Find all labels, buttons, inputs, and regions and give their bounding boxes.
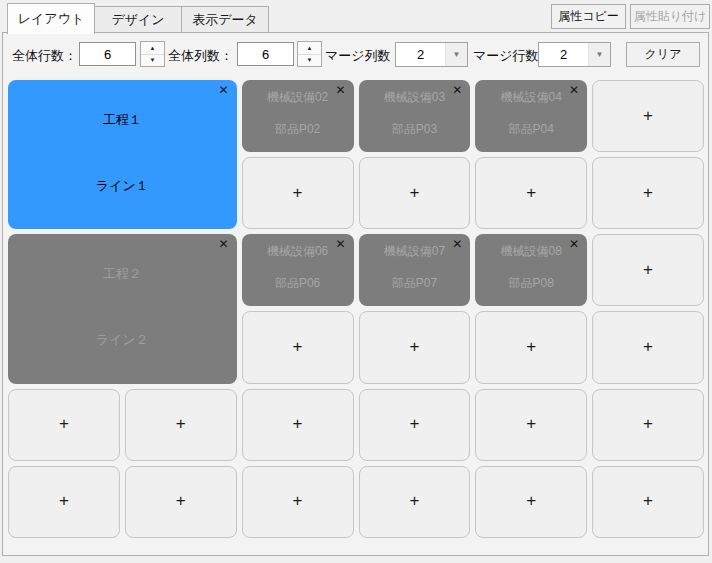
empty-add-cell[interactable]: + <box>475 311 587 383</box>
tab-layout[interactable]: レイアウト <box>7 3 95 34</box>
process-cell-1[interactable]: ✕ 工程１ ライン１ <box>8 80 237 229</box>
total-cols-input[interactable]: 6 <box>237 42 294 66</box>
machine-part: 部品P03 <box>392 121 437 138</box>
empty-add-cell[interactable]: + <box>125 389 237 461</box>
machine-title: 機械設備06 <box>267 243 328 260</box>
machine-title: 機械設備08 <box>501 243 562 260</box>
process-cell-2[interactable]: ✕ 工程２ ライン２ <box>8 234 237 383</box>
close-icon[interactable]: ✕ <box>219 84 229 96</box>
close-icon[interactable]: ✕ <box>452 238 462 250</box>
spin-down-icon[interactable]: ▼ <box>141 55 164 67</box>
tab-display-data[interactable]: 表示データ <box>182 6 269 33</box>
empty-add-cell[interactable]: + <box>592 389 704 461</box>
machine-part: 部品P06 <box>275 275 320 292</box>
merge-cols-label: マージ列数： <box>325 47 404 65</box>
process-line: ライン２ <box>8 331 237 349</box>
plus-icon: + <box>176 492 186 509</box>
plus-icon: + <box>643 261 653 278</box>
process-title: 工程２ <box>8 265 237 283</box>
plus-icon: + <box>293 338 303 355</box>
spin-up-icon[interactable]: ▲ <box>141 42 164 55</box>
process-line: ライン１ <box>8 177 237 195</box>
machine-title: 機械設備02 <box>267 89 328 106</box>
empty-add-cell[interactable]: + <box>592 80 704 152</box>
empty-add-cell[interactable]: + <box>592 466 704 538</box>
empty-add-cell[interactable]: + <box>359 389 471 461</box>
tab-design[interactable]: デザイン <box>95 6 182 33</box>
chevron-down-icon[interactable]: ▼ <box>445 43 467 66</box>
machine-cell-02[interactable]: ✕ 機械設備02 部品P02 <box>242 80 354 152</box>
plus-icon: + <box>59 492 69 509</box>
plus-icon: + <box>643 492 653 509</box>
plus-icon: + <box>409 184 419 201</box>
close-icon[interactable]: ✕ <box>569 84 579 96</box>
empty-add-cell[interactable]: + <box>475 466 587 538</box>
plus-icon: + <box>526 492 536 509</box>
close-icon[interactable]: ✕ <box>452 84 462 96</box>
empty-add-cell[interactable]: + <box>592 311 704 383</box>
machine-title: 機械設備04 <box>501 89 562 106</box>
plus-icon: + <box>526 184 536 201</box>
chevron-down-icon[interactable]: ▼ <box>588 43 610 66</box>
machine-title: 機械設備07 <box>384 243 445 260</box>
machine-part: 部品P08 <box>509 275 554 292</box>
plus-icon: + <box>643 184 653 201</box>
plus-icon: + <box>59 415 69 432</box>
empty-add-cell[interactable]: + <box>359 157 471 229</box>
plus-icon: + <box>643 107 653 124</box>
merge-cols-dropdown[interactable]: 2 ▼ <box>395 42 468 67</box>
total-rows-label: 全体行数： <box>12 47 77 65</box>
empty-add-cell[interactable]: + <box>125 466 237 538</box>
total-rows-input[interactable]: 6 <box>79 42 136 66</box>
close-icon[interactable]: ✕ <box>219 238 229 250</box>
attribute-paste-button: 属性貼り付け <box>630 4 710 29</box>
empty-add-cell[interactable]: + <box>242 389 354 461</box>
empty-add-cell[interactable]: + <box>8 389 120 461</box>
machine-cell-03[interactable]: ✕ 機械設備03 部品P03 <box>359 80 471 152</box>
plus-icon: + <box>293 492 303 509</box>
plus-icon: + <box>176 415 186 432</box>
total-cols-spinner: ▲ ▼ <box>297 41 322 67</box>
empty-add-cell[interactable]: + <box>592 234 704 306</box>
plus-icon: + <box>526 338 536 355</box>
tab-bar: レイアウト デザイン 表示データ <box>7 3 269 34</box>
plus-icon: + <box>643 415 653 432</box>
process-title: 工程１ <box>8 111 237 129</box>
empty-add-cell[interactable]: + <box>8 466 120 538</box>
empty-add-cell[interactable]: + <box>475 157 587 229</box>
clear-button[interactable]: クリア <box>626 42 700 67</box>
layout-grid: ✕ 工程１ ライン１ ✕ 機械設備02 部品P02 ✕ 機械設備03 部品P03… <box>8 80 704 538</box>
empty-add-cell[interactable]: + <box>242 311 354 383</box>
machine-cell-04[interactable]: ✕ 機械設備04 部品P04 <box>475 80 587 152</box>
empty-add-cell[interactable]: + <box>359 466 471 538</box>
plus-icon: + <box>643 338 653 355</box>
machine-title: 機械設備03 <box>384 89 445 106</box>
close-icon[interactable]: ✕ <box>335 84 345 96</box>
layout-tab-panel: 全体行数： 6 ▲ ▼ 全体列数： 6 ▲ ▼ マージ列数： 2 ▼ マージ行数… <box>2 32 709 556</box>
merge-rows-value: 2 <box>539 43 588 66</box>
machine-cell-06[interactable]: ✕ 機械設備06 部品P06 <box>242 234 354 306</box>
plus-icon: + <box>293 184 303 201</box>
machine-cell-08[interactable]: ✕ 機械設備08 部品P08 <box>475 234 587 306</box>
plus-icon: + <box>526 415 536 432</box>
spin-up-icon[interactable]: ▲ <box>298 42 321 55</box>
machine-part: 部品P07 <box>392 275 437 292</box>
close-icon[interactable]: ✕ <box>569 238 579 250</box>
empty-add-cell[interactable]: + <box>592 157 704 229</box>
plus-icon: + <box>293 415 303 432</box>
machine-part: 部品P02 <box>275 121 320 138</box>
plus-icon: + <box>409 415 419 432</box>
close-icon[interactable]: ✕ <box>335 238 345 250</box>
machine-part: 部品P04 <box>509 121 554 138</box>
total-rows-spinner: ▲ ▼ <box>140 41 165 67</box>
attribute-copy-button[interactable]: 属性コピー <box>551 4 626 29</box>
spin-down-icon[interactable]: ▼ <box>298 55 321 67</box>
empty-add-cell[interactable]: + <box>242 466 354 538</box>
empty-add-cell[interactable]: + <box>242 157 354 229</box>
machine-cell-07[interactable]: ✕ 機械設備07 部品P07 <box>359 234 471 306</box>
plus-icon: + <box>409 338 419 355</box>
merge-rows-dropdown[interactable]: 2 ▼ <box>538 42 611 67</box>
empty-add-cell[interactable]: + <box>475 389 587 461</box>
merge-cols-value: 2 <box>396 43 445 66</box>
empty-add-cell[interactable]: + <box>359 311 471 383</box>
